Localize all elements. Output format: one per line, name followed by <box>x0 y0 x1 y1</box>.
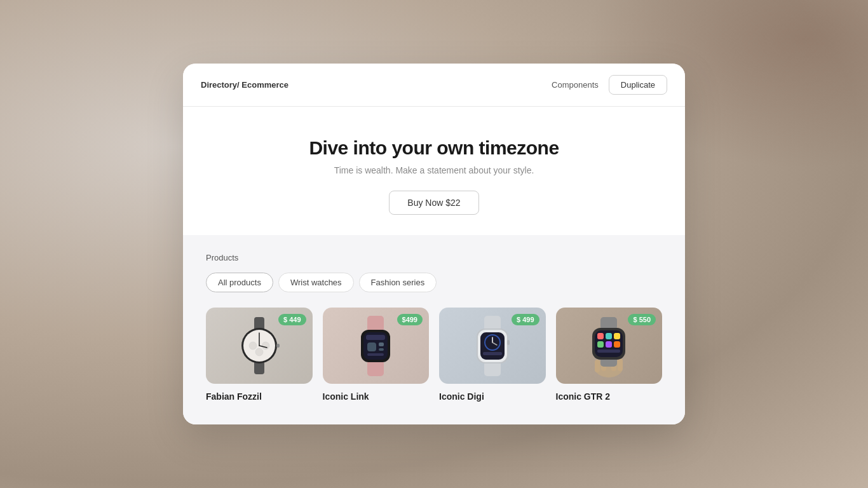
svg-point-4 <box>249 342 257 349</box>
svg-rect-38 <box>597 333 604 339</box>
product-grid: $ 449 <box>206 308 662 402</box>
svg-rect-27 <box>483 352 502 355</box>
buy-button[interactable]: Buy Now $22 <box>389 191 478 215</box>
svg-rect-9 <box>276 344 280 348</box>
svg-rect-23 <box>480 332 505 360</box>
tab-all-products[interactable]: All products <box>206 273 273 292</box>
product-image-4: $ 550 <box>556 308 663 384</box>
modal-header: Directory/ Ecommerce Components Duplicat… <box>183 64 685 107</box>
breadcrumb-prefix: Directory/ <box>201 80 240 90</box>
price-badge-1: $ 449 <box>278 314 306 325</box>
hero-title: Dive into your own timezone <box>208 137 660 159</box>
product-card-1[interactable]: $ 449 <box>206 308 313 402</box>
products-section: Products All products Wrist watches Fash… <box>183 235 685 424</box>
svg-point-6 <box>255 348 263 356</box>
product-card-2[interactable]: $499 <box>323 308 430 402</box>
svg-rect-39 <box>606 333 612 339</box>
svg-rect-41 <box>597 341 604 348</box>
svg-rect-14 <box>366 335 385 340</box>
duplicate-button[interactable]: Duplicate <box>609 75 667 95</box>
hero-section: Dive into your own timezone Time is weal… <box>183 107 685 235</box>
product-image-1: $ 449 <box>206 308 313 384</box>
svg-rect-43 <box>614 341 620 348</box>
svg-rect-42 <box>606 341 612 348</box>
price-badge-2: $499 <box>397 314 423 325</box>
product-image-3: $ 499 <box>439 308 546 384</box>
main-modal: Directory/ Ecommerce Components Duplicat… <box>183 64 685 424</box>
svg-rect-44 <box>597 349 620 353</box>
svg-rect-40 <box>614 333 620 339</box>
header-right: Components Duplicate <box>552 75 667 95</box>
tab-wrist-watches[interactable]: Wrist watches <box>278 273 354 292</box>
product-card-4[interactable]: $ 550 <box>556 308 663 402</box>
svg-rect-28 <box>507 340 510 345</box>
price-badge-4: $ 550 <box>628 314 656 325</box>
product-name-2: Iconic Link <box>323 391 430 402</box>
product-name-1: Fabian Fozzil <box>206 391 313 402</box>
product-name-4: Iconic GTR 2 <box>556 391 663 402</box>
price-badge-3: $ 499 <box>512 314 539 325</box>
breadcrumb: Directory/ Ecommerce <box>201 80 288 90</box>
svg-rect-30 <box>595 360 600 372</box>
tab-fashion-series[interactable]: Fashion series <box>359 273 437 292</box>
products-label: Products <box>206 253 662 262</box>
svg-rect-17 <box>379 348 384 351</box>
product-name-3: Iconic Digi <box>439 391 546 402</box>
svg-rect-11 <box>367 360 384 376</box>
breadcrumb-current: Ecommerce <box>241 80 288 90</box>
svg-point-5 <box>262 342 269 349</box>
product-image-2: $499 <box>323 308 430 384</box>
svg-rect-18 <box>367 353 384 356</box>
svg-rect-16 <box>379 342 384 346</box>
svg-rect-10 <box>367 316 384 332</box>
product-card-3[interactable]: $ 499 <box>439 308 546 402</box>
components-link[interactable]: Components <box>552 80 599 90</box>
svg-rect-15 <box>367 342 376 351</box>
hero-subtitle: Time is wealth. Make a statement about y… <box>208 165 660 175</box>
svg-rect-33 <box>618 358 623 371</box>
filter-tabs: All products Wrist watches Fashion serie… <box>206 273 662 292</box>
